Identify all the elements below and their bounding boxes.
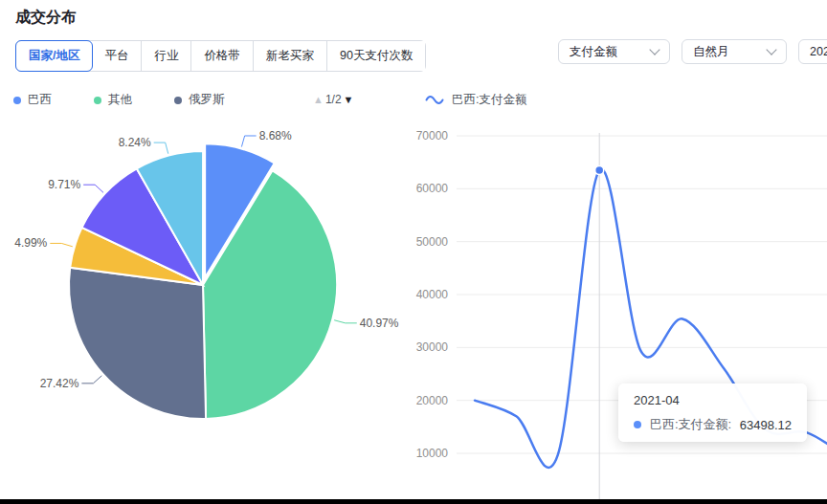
y-axis-label: 60000: [416, 182, 449, 195]
filter-select-period[interactable]: 自然月: [682, 39, 787, 64]
tooltip-series-dot-icon: [634, 421, 641, 428]
line-legend[interactable]: 巴西:支付金额: [425, 92, 526, 108]
pie-slice-percent-label: 27.42%: [40, 377, 79, 390]
filter-select-metric[interactable]: 支付金额: [558, 39, 670, 64]
tooltip-value: 63498.12: [740, 418, 792, 432]
legend-page-indicator: 1/2: [325, 93, 342, 106]
legend-dot-icon: [174, 97, 182, 104]
pie-slice-percent-label: 40.97%: [360, 317, 399, 330]
line-legend-label: 巴西:支付金额: [452, 92, 526, 108]
legend-pager: ▲1/2▼: [313, 93, 353, 106]
tab-price-band[interactable]: 价格带: [191, 41, 254, 71]
filter-select-value: 支付金额: [570, 44, 617, 60]
highlighted-point-marker[interactable]: [595, 165, 604, 174]
tooltip-date: 2021-04: [634, 393, 792, 407]
legend-item-2[interactable]: 俄罗斯: [174, 92, 225, 108]
legend-next-icon[interactable]: ▼: [344, 94, 354, 105]
line-series-wave-icon: [425, 95, 444, 105]
pie-chart: 8.68%40.97%27.42%4.99%9.71%8.24%: [0, 113, 412, 459]
filter-controls: 支付金额自然月202: [558, 39, 827, 64]
chevron-down-icon: [649, 44, 659, 55]
pie-label-leader-line: [154, 142, 168, 154]
legend-prev-icon[interactable]: ▲: [313, 94, 324, 105]
pie-label-leader-line: [83, 185, 103, 192]
y-axis-label: 50000: [416, 235, 449, 249]
tooltip-series-label: 巴西:支付金额:: [650, 416, 731, 433]
pie-label-leader-line: [50, 243, 73, 246]
pie-label-leader-line: [81, 376, 101, 383]
y-axis-label: 20000: [416, 394, 449, 407]
chart-tooltip: 2021-04 巴西:支付金额: 63498.12: [618, 383, 807, 442]
pie-slice-percent-label: 4.99%: [14, 236, 47, 250]
pie-label-leader-line: [334, 320, 357, 323]
pie-slice-percent-label: 8.68%: [259, 129, 292, 142]
filter-select-value: 自然月: [693, 44, 729, 60]
tab-pay-count-90d[interactable]: 90天支付次数: [327, 41, 425, 71]
y-axis-label: 40000: [416, 288, 449, 301]
pie-label-leader-line: [241, 136, 256, 147]
line-chart: 70000600005000040000300002000010000: [412, 120, 827, 504]
legend-dot-icon: [94, 97, 101, 104]
legend-item-label: 其他: [108, 92, 132, 108]
pie-slice-2[interactable]: [69, 268, 206, 419]
tab-platform[interactable]: 平台: [92, 41, 142, 71]
tab-new-old-buyers[interactable]: 新老买家: [254, 41, 327, 71]
pie-legend: 巴西其他俄罗斯: [13, 92, 267, 108]
legend-item-label: 巴西: [28, 92, 52, 108]
pie-slice-percent-label: 8.24%: [119, 136, 151, 149]
legend-item-1[interactable]: 其他: [94, 92, 132, 108]
chevron-down-icon: [766, 44, 776, 55]
page-title: 成交分布: [15, 8, 77, 28]
y-axis-label: 30000: [416, 340, 449, 354]
y-axis-label: 70000: [416, 129, 449, 142]
filter-select-value: 202: [810, 45, 827, 58]
legend-dot-icon: [13, 97, 21, 104]
dimension-tabs: 国家/地区平台行业价格带新老买家90天支付次数: [15, 40, 426, 72]
legend-item-0[interactable]: 巴西: [13, 92, 52, 108]
legend-item-label: 俄罗斯: [189, 92, 225, 108]
tab-country-region[interactable]: 国家/地区: [15, 40, 93, 72]
pie-slice-percent-label: 9.71%: [48, 178, 80, 191]
tab-industry[interactable]: 行业: [142, 41, 191, 71]
window-bottom-bar: [0, 499, 827, 504]
y-axis-label: 10000: [416, 447, 449, 460]
filter-select-year[interactable]: 202: [798, 39, 827, 64]
